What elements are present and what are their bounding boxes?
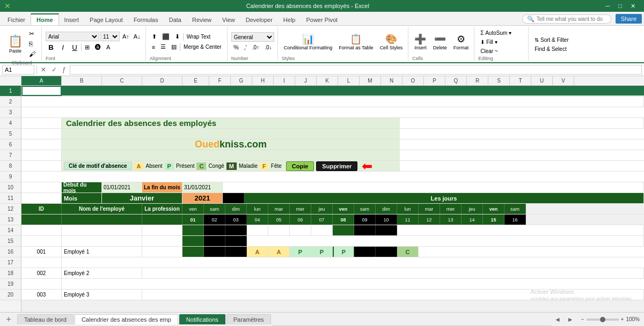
col-header-f[interactable]: F	[209, 76, 231, 85]
insert-cells-button[interactable]: ➕ Insert	[412, 32, 429, 52]
delete-cells-button[interactable]: ➖ Delete	[431, 32, 449, 52]
increase-decimal-button[interactable]: .0↑	[250, 43, 261, 51]
col-header-l[interactable]: L	[338, 76, 360, 85]
tab-home[interactable]: Home	[31, 13, 59, 25]
align-bottom-button[interactable]: ⬇	[173, 32, 182, 41]
format-as-table-button[interactable]: 📋 Format as Table	[336, 32, 375, 52]
percent-button[interactable]: %	[231, 43, 241, 51]
fill-color-button[interactable]: 🅐	[93, 43, 103, 51]
cut-button[interactable]: ✂	[27, 29, 37, 39]
wrap-text-button[interactable]: Wrap Text	[185, 33, 213, 41]
grid-row-8: Clé de motif d'absence A Absent P Présen…	[21, 161, 644, 172]
decrease-font-button[interactable]: A↓	[132, 32, 142, 41]
align-left-button[interactable]: ≡	[150, 43, 157, 51]
align-top-button[interactable]: ⬆	[150, 32, 159, 41]
tab-insert[interactable]: Insert	[59, 14, 85, 25]
col-header-u[interactable]: U	[531, 76, 553, 85]
col-header-n[interactable]: N	[381, 76, 402, 85]
fill-button[interactable]: ⬇ Fill ▾	[478, 38, 499, 46]
col-header-i[interactable]: I	[274, 76, 295, 85]
font-family-select[interactable]: Arial	[46, 32, 99, 41]
increase-font-button[interactable]: A↑	[121, 32, 131, 41]
bold-button[interactable]: B	[46, 42, 56, 52]
cancel-formula-icon[interactable]: ✕	[39, 66, 48, 73]
tab-page-layout[interactable]: Page Layout	[84, 14, 128, 25]
underline-button[interactable]: U	[69, 42, 80, 52]
copie-button[interactable]: Copie	[286, 161, 314, 171]
italic-button[interactable]: I	[57, 42, 68, 52]
tell-me-box[interactable]: 🔍	[522, 14, 611, 24]
col-header-v[interactable]: V	[553, 76, 574, 85]
number-format-select[interactable]: General	[231, 32, 274, 42]
col-header-k[interactable]: K	[317, 76, 338, 85]
col-header-h[interactable]: H	[252, 76, 274, 85]
title-bar: ✕ Calendrier des absences des employés -…	[0, 0, 644, 12]
font-color-button[interactable]: A	[104, 43, 112, 51]
autosum-button[interactable]: Σ AutoSum ▾	[478, 29, 514, 37]
col-header-r[interactable]: R	[467, 76, 488, 85]
zoom-in-btn[interactable]: +	[621, 316, 624, 322]
font-size-select[interactable]: 11	[100, 32, 120, 41]
zoom-out-btn[interactable]: −	[581, 316, 584, 322]
border-button[interactable]: ⊞	[83, 43, 92, 52]
confirm-formula-icon[interactable]: ✓	[50, 66, 58, 73]
col-header-o[interactable]: O	[402, 76, 424, 85]
col-header-b[interactable]: B	[62, 76, 102, 85]
close-btn[interactable]: ✕	[626, 3, 640, 10]
cell-a1[interactable]	[21, 86, 62, 96]
tab-formulas[interactable]: Formulas	[128, 14, 164, 25]
col-header-s[interactable]: S	[488, 76, 510, 85]
zoom-control[interactable]: − + 100%	[577, 316, 644, 322]
sheet-tab-parametres[interactable]: Paramètres	[226, 314, 271, 324]
col-header-q[interactable]: Q	[445, 76, 467, 85]
tab-developer[interactable]: Developer	[240, 14, 278, 25]
maximize-btn[interactable]: □	[614, 3, 626, 9]
grid-row-2	[21, 97, 644, 107]
sheet-tab-notifications[interactable]: Notifications	[179, 314, 225, 324]
supprimer-button[interactable]: Supprimer	[316, 161, 357, 171]
cell-styles-button[interactable]: 🎨 Cell Styles	[378, 32, 405, 52]
scroll-right-btn[interactable]: ►	[564, 316, 577, 323]
find-select-button[interactable]: Find & Select	[532, 45, 568, 53]
tell-me-input[interactable]	[537, 16, 606, 22]
align-center-button[interactable]: ☰	[158, 42, 168, 51]
insert-function-icon[interactable]: ƒ	[61, 66, 68, 73]
formula-input[interactable]	[70, 65, 642, 75]
col-header-c[interactable]: C	[102, 76, 142, 85]
align-middle-button[interactable]: ⬛	[160, 32, 172, 41]
col-header-d[interactable]: D	[142, 76, 182, 85]
scroll-left-btn[interactable]: ◄	[551, 316, 564, 323]
tab-help[interactable]: Help	[278, 14, 301, 25]
sheet-tab-calendrier[interactable]: Calendrier des absences des emp	[75, 314, 178, 324]
conditional-formatting-button[interactable]: 📊 Conditional Formatting	[282, 32, 335, 52]
share-button[interactable]: Share	[616, 14, 642, 24]
tab-data[interactable]: Data	[164, 14, 187, 25]
zoom-slider[interactable]	[587, 318, 619, 321]
tab-fichier[interactable]: Fichier	[2, 14, 31, 25]
ribbon-content: 📋 Paste ✂ ⎘ 🖌 Clipboard Arial 11 A↑ A↓ B…	[0, 26, 644, 63]
clear-button[interactable]: Clear ~	[478, 47, 500, 55]
sheet-tab-add[interactable]: ＋	[0, 312, 17, 326]
merge-center-button[interactable]: Merge & Center	[181, 43, 224, 51]
tab-review[interactable]: Review	[187, 14, 217, 25]
col-header-a[interactable]: A	[21, 76, 62, 85]
decrease-decimal-button[interactable]: .0↓	[262, 43, 274, 51]
sheet-tab-tableau[interactable]: Tableau de bord	[17, 314, 74, 324]
col-header-m[interactable]: M	[360, 76, 381, 85]
tab-view[interactable]: View	[217, 14, 240, 25]
minimize-btn[interactable]: ─	[602, 3, 614, 9]
format-cells-button[interactable]: ⚙ Format	[451, 32, 471, 52]
col-header-e[interactable]: E	[182, 76, 209, 85]
col-header-g[interactable]: G	[231, 76, 252, 85]
sort-filter-button[interactable]: ⇅ Sort & Filter	[532, 36, 571, 44]
copy-button[interactable]: ⎘	[27, 39, 37, 49]
col-header-j[interactable]: J	[295, 76, 317, 85]
cell-reference-input[interactable]	[2, 65, 34, 75]
comma-button[interactable]: ,'	[242, 43, 249, 51]
tab-power-pivot[interactable]: Power Pivot	[301, 14, 343, 25]
format-painter-button[interactable]: 🖌	[27, 49, 37, 59]
col-header-p[interactable]: P	[424, 76, 445, 85]
col-header-t[interactable]: T	[510, 76, 531, 85]
paste-button[interactable]: 📋 Paste	[5, 33, 25, 55]
align-right-button[interactable]: ▤	[169, 42, 179, 51]
